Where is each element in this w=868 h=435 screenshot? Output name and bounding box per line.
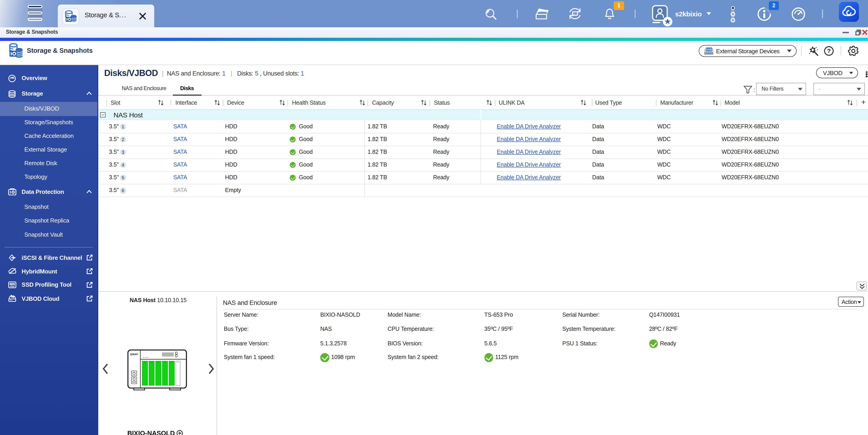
svg-text:QNAP: QNAP — [130, 353, 138, 355]
svg-text:?: ? — [827, 48, 831, 54]
svg-text:RAID: RAID — [706, 48, 712, 51]
svg-text:SSD: SSD — [10, 283, 14, 285]
